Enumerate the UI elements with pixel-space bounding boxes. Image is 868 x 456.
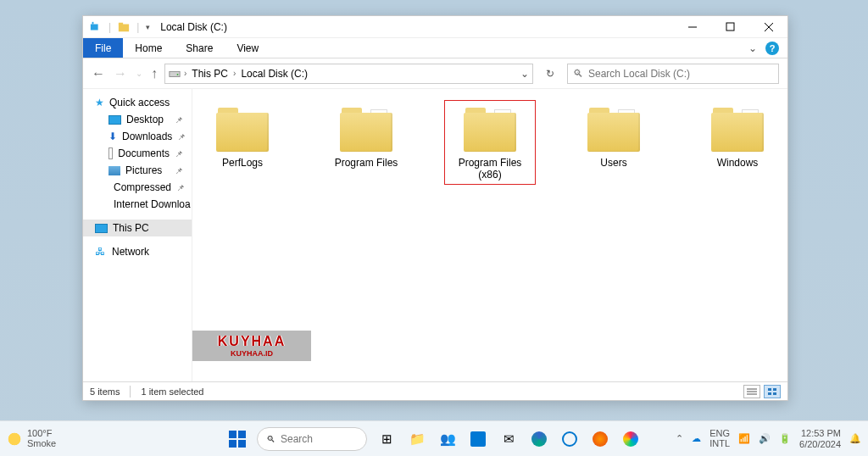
address-dropdown-icon[interactable]: ⌄ bbox=[520, 68, 529, 80]
lang-line1: ENG bbox=[709, 428, 730, 438]
drive-icon bbox=[169, 68, 181, 80]
watermark-logo: KUYHAA KUYHAA.ID bbox=[192, 331, 311, 361]
sidebar-item-documents[interactable]: Documents📌︎ bbox=[83, 145, 192, 162]
folder-label: Program Files bbox=[335, 157, 398, 169]
folder-item[interactable]: PerfLogs bbox=[198, 101, 287, 172]
folder-icon bbox=[460, 104, 520, 153]
folder-icon bbox=[337, 104, 396, 153]
pin-icon: 📌︎ bbox=[177, 132, 186, 142]
volume-icon[interactable]: 🔊 bbox=[759, 433, 771, 444]
start-button[interactable] bbox=[226, 428, 248, 450]
folder-item[interactable]: Program Files (x86) bbox=[445, 101, 535, 184]
taskbar-app-explorer[interactable]: 📁 bbox=[406, 428, 428, 450]
tray-onedrive-icon[interactable]: ☁ bbox=[692, 433, 701, 444]
weather-cond: Smoke bbox=[27, 439, 56, 449]
file-list[interactable]: PerfLogsProgram FilesProgram Files (x86)… bbox=[192, 89, 787, 381]
sidebar-item-label: Downloads bbox=[122, 131, 172, 142]
sidebar-item-compressed[interactable]: Compressed📌︎ bbox=[83, 179, 192, 196]
sidebar-item-label: Network bbox=[112, 246, 149, 258]
minimize-button[interactable] bbox=[673, 16, 711, 38]
details-view-button[interactable] bbox=[743, 385, 760, 398]
wifi-icon[interactable]: 📶 bbox=[738, 433, 750, 444]
breadcrumb[interactable]: › This PC › Local Disk (C:) ⌄ bbox=[164, 64, 533, 84]
task-view-button[interactable]: ⊞ bbox=[376, 428, 398, 450]
chevron-right-icon[interactable]: › bbox=[184, 69, 186, 78]
taskbar-app-copilot[interactable] bbox=[620, 428, 642, 450]
ribbon-expand-icon[interactable]: ⌄ bbox=[748, 42, 757, 54]
help-icon[interactable]: ? bbox=[765, 42, 779, 55]
pin-icon: 📌︎ bbox=[176, 183, 185, 192]
svg-rect-2 bbox=[119, 24, 129, 31]
folder-item[interactable]: Users bbox=[569, 101, 659, 172]
folder-icon bbox=[584, 104, 643, 153]
tray-overflow-icon[interactable]: ⌃ bbox=[676, 433, 683, 444]
chevron-right-icon[interactable]: › bbox=[233, 69, 236, 78]
taskbar-search-input[interactable] bbox=[281, 433, 348, 445]
titlebar[interactable]: | | ▾ Local Disk (C:) bbox=[83, 16, 787, 38]
up-button[interactable]: ↑ bbox=[151, 66, 158, 81]
refresh-button[interactable]: ↻ bbox=[540, 68, 560, 80]
notifications-icon[interactable]: 🔔 bbox=[849, 433, 861, 444]
folder-icon[interactable] bbox=[118, 21, 130, 33]
svg-rect-0 bbox=[91, 24, 98, 30]
sidebar-network[interactable]: 🖧Network bbox=[83, 243, 192, 260]
explorer-window: | | ▾ Local Disk (C:) File Home Share Vi… bbox=[82, 15, 788, 401]
taskbar-app-dell[interactable] bbox=[559, 428, 581, 450]
folder-icon bbox=[708, 104, 767, 153]
search-input[interactable] bbox=[588, 68, 773, 80]
svg-rect-3 bbox=[119, 22, 123, 25]
folder-item[interactable]: Program Files bbox=[321, 101, 411, 172]
sidebar-item-label: Documents bbox=[118, 147, 170, 159]
star-icon: ★ bbox=[95, 97, 104, 108]
crumb-drive[interactable]: Local Disk (C:) bbox=[239, 68, 309, 80]
status-selected: 1 item selected bbox=[141, 386, 203, 397]
qa-dropdown-icon[interactable]: ▾ bbox=[146, 23, 150, 31]
svg-rect-15 bbox=[768, 392, 771, 395]
close-button[interactable] bbox=[749, 16, 787, 38]
system-icon[interactable] bbox=[90, 21, 102, 33]
desktop-icon bbox=[108, 115, 121, 125]
divider bbox=[130, 386, 131, 398]
tab-file[interactable]: File bbox=[83, 38, 123, 58]
sidebar-this-pc[interactable]: This PC bbox=[83, 220, 192, 236]
sidebar-item-label: This PC bbox=[113, 222, 149, 234]
weather-widget[interactable]: 100°FSmoke bbox=[7, 429, 56, 448]
pin-icon: 📌︎ bbox=[175, 166, 183, 175]
watermark-subtext: KUYHAA.ID bbox=[231, 349, 273, 358]
window-title: Local Disk (C:) bbox=[160, 21, 227, 33]
forward-button[interactable]: → bbox=[114, 66, 127, 81]
sidebar-item-internet-downloads[interactable]: Internet Downloa📌︎ bbox=[83, 196, 192, 213]
back-button[interactable]: ← bbox=[92, 66, 105, 81]
search-box[interactable]: 🔍︎ bbox=[567, 64, 779, 84]
ribbon: File Home Share View ⌄ ? bbox=[83, 38, 787, 58]
language-indicator[interactable]: ENGINTL bbox=[709, 429, 730, 448]
folder-icon bbox=[213, 104, 272, 153]
crumb-thispc[interactable]: This PC bbox=[190, 68, 230, 80]
sidebar-quick-access[interactable]: ★ Quick access bbox=[83, 94, 192, 111]
tab-share[interactable]: Share bbox=[174, 38, 225, 58]
taskbar-app-mail[interactable]: ✉ bbox=[498, 428, 520, 450]
taskbar[interactable]: 100°FSmoke 🔍︎ ⊞ 📁 👥 ✉ ⌃ ☁ ENGINTL 📶 🔊 🔋 … bbox=[0, 420, 868, 456]
sidebar-item-downloads[interactable]: ⬇Downloads📌︎ bbox=[83, 128, 192, 145]
taskbar-app-teams[interactable]: 👥 bbox=[437, 428, 459, 450]
taskbar-search[interactable]: 🔍︎ bbox=[257, 427, 367, 451]
tab-home[interactable]: Home bbox=[123, 38, 174, 58]
taskbar-app-store[interactable] bbox=[467, 428, 489, 450]
sidebar-item-pictures[interactable]: Pictures📌︎ bbox=[83, 162, 192, 179]
battery-icon[interactable]: 🔋 bbox=[779, 433, 791, 444]
svg-rect-14 bbox=[773, 388, 776, 391]
maximize-button[interactable] bbox=[711, 16, 749, 38]
svg-rect-5 bbox=[726, 23, 734, 31]
taskbar-app-edge[interactable] bbox=[528, 428, 550, 450]
svg-rect-8 bbox=[170, 71, 180, 76]
icons-view-button[interactable] bbox=[764, 385, 781, 398]
divider-icon: | bbox=[108, 21, 111, 33]
folder-item[interactable]: Windows bbox=[693, 101, 782, 172]
sidebar-item-desktop[interactable]: Desktop📌︎ bbox=[83, 111, 192, 128]
tab-view[interactable]: View bbox=[225, 38, 270, 58]
pin-icon: 📌︎ bbox=[175, 115, 183, 125]
time: 12:53 PM bbox=[801, 428, 841, 438]
recent-dropdown-icon[interactable]: ⌄ bbox=[136, 69, 142, 78]
taskbar-app-firefox[interactable] bbox=[589, 428, 611, 450]
clock[interactable]: 12:53 PM6/20/2024 bbox=[799, 428, 841, 448]
